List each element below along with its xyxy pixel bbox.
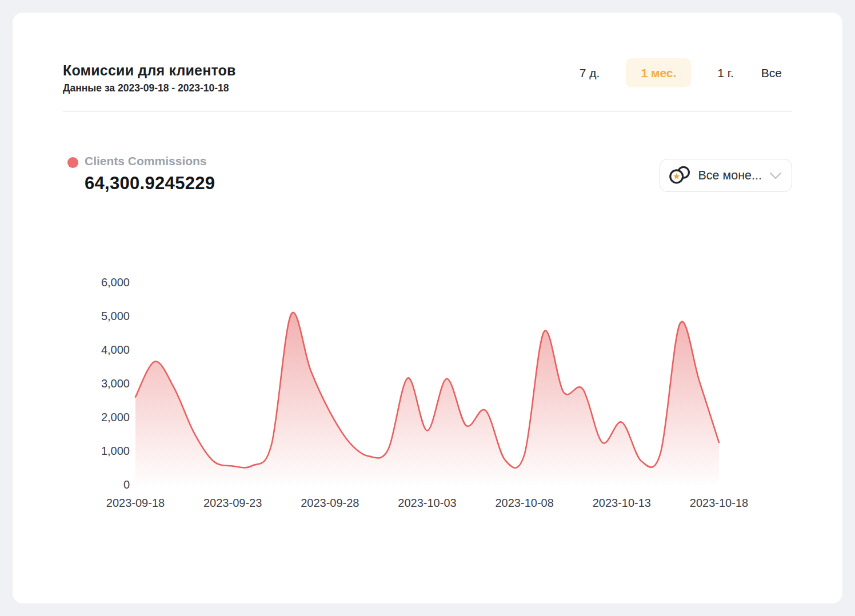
y-axis-tick: 1,000 <box>75 444 130 458</box>
coin-filter-dropdown[interactable]: Все моне... <box>660 159 792 192</box>
legend-dot <box>67 157 78 168</box>
y-axis-tick: 5,000 <box>75 309 130 323</box>
coin-filter-label: Все моне... <box>698 169 762 183</box>
range-tabs: 7 д.1 мес.1 г.Все <box>578 58 783 87</box>
header-divider <box>63 111 792 112</box>
x-axis-tick: 2023-09-23 <box>184 496 281 510</box>
commissions-total-value: 64,300.9245229 <box>85 173 215 194</box>
legend-series-label: Clients Commissions <box>85 154 207 168</box>
y-axis-tick: 4,000 <box>75 343 130 357</box>
commissions-card: Комиссии для клиентов Данные за 2023-09-… <box>13 13 842 603</box>
coins-icon <box>669 166 690 185</box>
y-axis-tick: 0 <box>75 478 130 491</box>
chevron-down-icon <box>769 172 782 179</box>
x-axis-tick: 2023-09-18 <box>87 496 184 510</box>
area-fill <box>135 313 719 485</box>
date-range-subtitle: Данные за 2023-09-18 - 2023-10-18 <box>63 82 229 94</box>
x-axis-tick: 2023-10-13 <box>573 496 670 510</box>
y-axis-tick: 2,000 <box>75 410 130 424</box>
page-title: Комиссии для клиентов <box>63 62 236 79</box>
x-axis-tick: 2023-09-28 <box>281 496 378 510</box>
range-tab-1mo[interactable]: 1 мес. <box>626 58 691 87</box>
commissions-area-chart <box>135 282 719 485</box>
range-tab-1y[interactable]: 1 г. <box>716 59 734 86</box>
range-tab-all[interactable]: Все <box>760 59 783 86</box>
x-axis-tick: 2023-10-08 <box>476 496 573 510</box>
y-axis-tick: 3,000 <box>75 377 130 390</box>
x-axis-tick: 2023-10-03 <box>379 496 476 510</box>
range-tab-7d[interactable]: 7 д. <box>578 59 601 86</box>
x-axis-tick: 2023-10-18 <box>670 496 768 510</box>
y-axis-tick: 6,000 <box>75 275 130 289</box>
